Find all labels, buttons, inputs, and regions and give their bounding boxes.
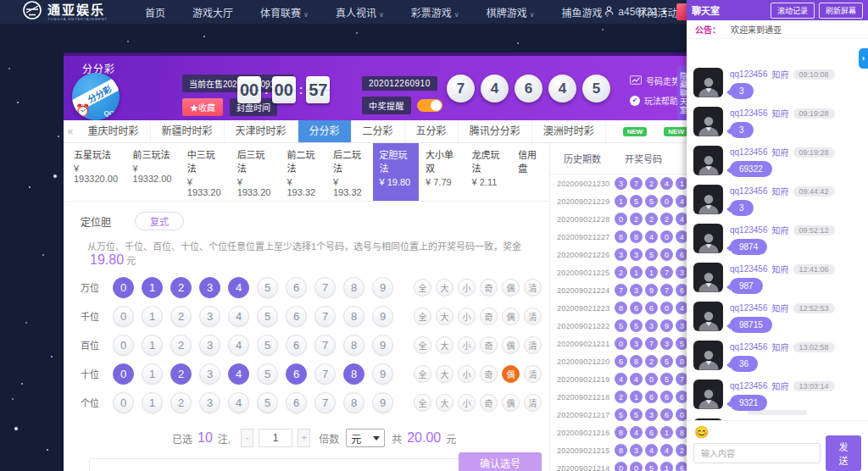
chat-input[interactable] (693, 443, 821, 463)
quick-button[interactable]: 全 (414, 279, 431, 296)
lottery-tab[interactable]: 天津时时彩 (225, 120, 298, 142)
play-tab[interactable]: 信用盘 (511, 143, 549, 201)
nav-item[interactable]: 首页 (131, 5, 179, 19)
play-help-link[interactable]: ✔ 玩法帮助 (630, 94, 680, 107)
tabs-prev-arrow[interactable]: « (64, 120, 77, 142)
lottery-tab[interactable]: 二分彩 (352, 120, 405, 142)
number-ball[interactable]: 2 (170, 335, 192, 356)
quick-button[interactable]: 全 (414, 394, 431, 412)
quick-button[interactable]: 大 (436, 394, 453, 412)
number-ball[interactable]: 6 (286, 335, 307, 356)
number-ball[interactable]: 0 (113, 392, 134, 413)
logo[interactable]: 通亚娱乐 TONGYA ENTERTAINMENT (22, 0, 108, 24)
multiplier-input[interactable] (259, 429, 292, 447)
number-ball[interactable]: 8 (343, 306, 364, 327)
number-ball[interactable]: 3 (199, 392, 220, 413)
quick-button[interactable]: 奇 (480, 394, 498, 412)
number-ball[interactable]: 3 (199, 306, 220, 327)
number-ball[interactable]: 4 (228, 277, 249, 298)
number-ball[interactable]: 7 (314, 306, 336, 327)
quick-button[interactable]: 奇 (480, 365, 498, 383)
number-ball[interactable]: 0 (113, 363, 134, 385)
quick-button[interactable]: 偶 (502, 394, 520, 412)
number-ball[interactable]: 8 (343, 392, 364, 413)
quick-button[interactable]: 奇 (480, 336, 498, 354)
number-ball[interactable]: 4 (228, 306, 249, 327)
quick-button[interactable]: 大 (436, 336, 453, 354)
confirm-selection-button[interactable]: 确认选号 (459, 452, 542, 471)
quick-button[interactable]: 偶 (502, 336, 520, 354)
user-menu[interactable]: a450721 ▼ (604, 0, 668, 24)
quick-button[interactable]: 小 (458, 365, 476, 383)
quick-button[interactable]: 小 (458, 279, 476, 296)
nav-item[interactable]: 彩票游戏∨ (398, 5, 473, 19)
lottery-tab[interactable]: 分分彩 (298, 120, 352, 142)
number-ball[interactable]: 2 (170, 363, 192, 385)
win-alert-toggle[interactable] (417, 99, 442, 112)
play-tab[interactable]: 前二玩法¥ 193.32 (280, 143, 326, 201)
number-ball[interactable]: 4 (228, 335, 249, 356)
quick-button[interactable]: 奇 (480, 279, 498, 296)
play-tab[interactable]: 中三玩法¥ 1933.20 (181, 143, 231, 201)
play-tab[interactable]: 五星玩法¥ 193320.00 (67, 143, 126, 201)
number-ball[interactable]: 5 (257, 306, 278, 327)
number-ball[interactable]: 6 (286, 392, 307, 413)
lottery-tab[interactable]: 新疆时时彩 (151, 120, 225, 142)
quick-button[interactable]: 全 (414, 308, 431, 325)
play-tab[interactable]: 龙虎玩法¥ 2.11 (465, 143, 512, 201)
nav-item[interactable]: 体育联赛∨ (247, 5, 322, 19)
number-ball[interactable]: 7 (314, 335, 336, 356)
quick-button[interactable]: 大 (436, 365, 453, 383)
play-tab[interactable]: 定胆玩法¥ 19.80 (373, 143, 420, 201)
refresh-screen-button[interactable]: 刷新屏幕 (819, 3, 863, 19)
number-ball[interactable]: 7 (314, 363, 336, 385)
favorite-button[interactable]: ★收藏 (182, 98, 223, 116)
quick-button[interactable]: 偶 (502, 308, 520, 325)
quick-button[interactable]: 小 (458, 394, 476, 412)
quick-button[interactable]: 清 (524, 308, 542, 325)
nav-item[interactable]: 棋牌游戏∨ (473, 5, 548, 19)
number-ball[interactable]: 9 (372, 335, 393, 356)
number-ball[interactable]: 0 (113, 306, 134, 327)
number-ball[interactable]: 5 (257, 392, 278, 413)
number-ball[interactable]: 9 (372, 363, 393, 385)
number-ball[interactable]: 3 (199, 277, 220, 298)
play-tab[interactable]: 后三玩法¥ 1933.20 (231, 143, 281, 201)
quick-button[interactable]: 偶 (502, 279, 520, 296)
nav-item[interactable]: 真人视讯∨ (322, 5, 398, 19)
number-ball[interactable]: 1 (142, 363, 163, 385)
emoji-picker-icon[interactable]: 😊 (694, 425, 709, 439)
number-ball[interactable]: 6 (286, 306, 307, 327)
number-ball[interactable]: 1 (142, 392, 163, 413)
number-ball[interactable]: 5 (257, 335, 278, 356)
number-ball[interactable]: 7 (314, 392, 336, 413)
number-ball[interactable]: 5 (257, 363, 278, 385)
lottery-tab[interactable]: 重庆时时彩 (77, 120, 151, 142)
quick-button[interactable]: 全 (414, 365, 431, 383)
lottery-tab[interactable]: 腾讯分分彩 (459, 120, 532, 142)
quick-button[interactable]: 清 (524, 394, 542, 412)
number-ball[interactable]: 9 (372, 306, 393, 327)
lottery-tab[interactable]: 五分彩 (405, 120, 459, 142)
number-ball[interactable]: 2 (170, 277, 192, 298)
quick-button[interactable]: 小 (458, 308, 476, 325)
quick-button[interactable]: 清 (524, 365, 542, 383)
play-tab[interactable]: 后二玩法¥ 193.32 (326, 143, 373, 201)
quick-button[interactable]: 清 (524, 336, 542, 354)
number-ball[interactable]: 2 (170, 392, 192, 413)
play-tab[interactable]: 前三玩法¥ 19332.00 (126, 143, 181, 201)
number-ball[interactable]: 6 (286, 277, 307, 298)
number-ball[interactable]: 1 (142, 335, 163, 356)
quick-button[interactable]: 小 (458, 336, 476, 354)
number-ball[interactable]: 3 (199, 363, 220, 385)
number-ball[interactable]: 1 (142, 277, 163, 298)
scroll-record-button[interactable]: 滚动记录 (771, 3, 815, 19)
number-ball[interactable]: 9 (372, 277, 393, 298)
number-trend-link[interactable]: 号码走势 (630, 75, 680, 87)
number-ball[interactable]: 7 (314, 277, 336, 298)
multiplier-minus-button[interactable]: - (241, 429, 253, 447)
quick-button[interactable]: 奇 (480, 308, 498, 325)
lottery-tab[interactable]: 澳洲时时彩 (532, 120, 606, 142)
send-button[interactable]: 发送 (826, 435, 861, 471)
play-tab[interactable]: 大小单双¥ 7.79 (419, 143, 465, 201)
